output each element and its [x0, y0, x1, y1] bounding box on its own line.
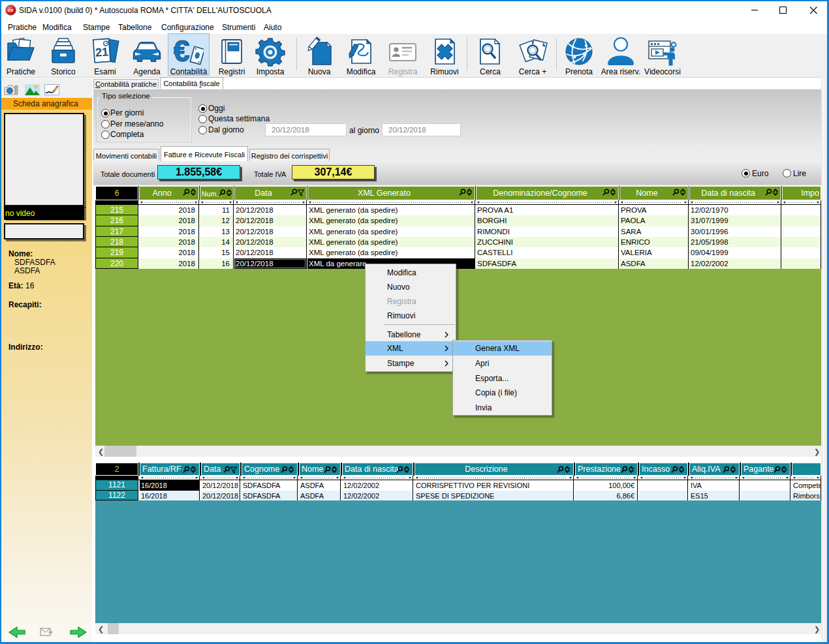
svg-text:€: €: [174, 37, 190, 67]
svg-text:21: 21: [95, 45, 108, 59]
